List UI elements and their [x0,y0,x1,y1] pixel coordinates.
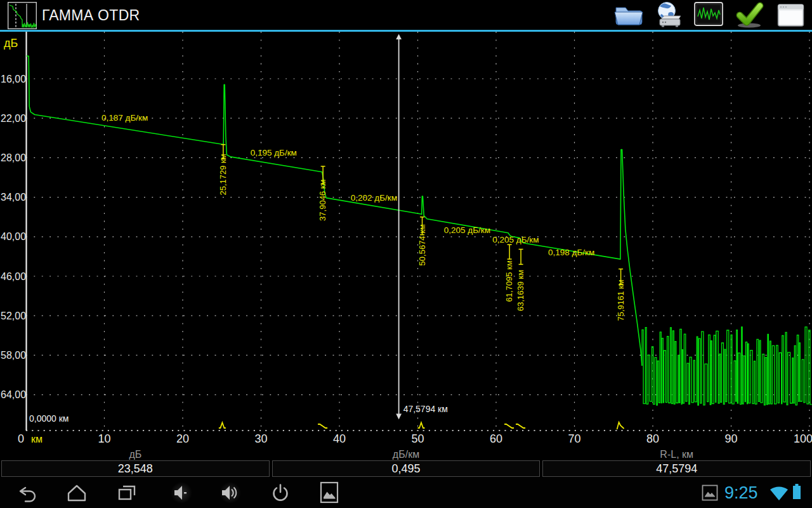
trace-view-icon [693,0,724,30]
back-icon [16,478,38,508]
svg-text:0,195 дБ/км: 0,195 дБ/км [251,148,297,157]
home-icon [66,478,88,508]
svg-text:16,00: 16,00 [1,74,26,84]
checkmark-icon [733,0,766,30]
svg-text:0,205 дБ/км: 0,205 дБ/км [444,225,490,235]
svg-text:80: 80 [646,432,659,445]
volume-up-icon [219,478,242,508]
svg-text:64,00: 64,00 [1,389,26,400]
svg-text:58,00: 58,00 [1,350,26,361]
power-button[interactable] [270,478,291,508]
volume-up-button[interactable] [219,478,242,508]
otdr-trace-plot[interactable]: дБ16,0022,0028,0034,0040,0046,0052,0058,… [0,32,812,448]
svg-text:47,5794 км: 47,5794 км [403,404,448,414]
action-bar: ГАММА OTDR [0,0,812,30]
wifi-icon[interactable] [769,483,789,502]
db-header: дБ [0,448,271,460]
db-value[interactable]: 23,548 [1,460,270,477]
measurement-bar: дБ 23,548 дБ/км 0,495 R-L, км 47,5794 [0,448,812,478]
svg-text:61,7095 км: 61,7095 км [504,260,514,302]
svg-text:30: 30 [254,432,267,445]
trace-view-button[interactable] [693,0,724,30]
svg-text:75,9161 км: 75,9161 км [616,279,625,321]
svg-text:37,9046 км: 37,9046 км [318,180,327,221]
dbkm-header: дБ/км [271,448,542,460]
svg-text:20: 20 [176,432,189,445]
back-button[interactable] [16,478,38,508]
recents-button[interactable] [116,478,138,508]
volume-down-button[interactable] [170,478,193,508]
rl-header: R-L, км [541,448,812,460]
recents-icon [116,478,138,508]
screenshot-button[interactable] [318,478,341,508]
otdr-chart-area[interactable]: дБ16,0022,0028,0034,0040,0046,0052,0058,… [0,32,812,448]
svg-text:10: 10 [98,432,110,445]
confirm-button[interactable] [733,0,766,30]
svg-text:0,0000 км: 0,0000 км [29,413,69,424]
status-clock[interactable]: 9:25 [724,483,770,503]
rl-value[interactable]: 47,5794 [542,460,811,477]
new-window-button[interactable] [777,0,805,30]
svg-text:50: 50 [412,432,424,445]
home-button[interactable] [66,478,88,508]
svg-text:0,205 дБ/км: 0,205 дБ/км [492,235,539,244]
svg-text:90: 90 [725,432,738,445]
svg-text:0,202 дБ/км: 0,202 дБ/км [351,193,397,203]
svg-text:60: 60 [490,432,502,445]
svg-text:28,00: 28,00 [1,152,26,163]
open-folder-button[interactable] [613,0,645,30]
dbkm-value[interactable]: 0,495 [272,460,540,477]
svg-text:70: 70 [568,432,581,445]
svg-text:52,00: 52,00 [1,311,26,321]
network-device-button[interactable] [655,0,685,30]
svg-text:0,198 дБ/км: 0,198 дБ/км [548,248,594,257]
measure-col-dbkm: дБ/км 0,495 [271,448,542,478]
network-device-icon [655,0,685,30]
svg-text:22,00: 22,00 [1,113,26,124]
svg-text:100: 100 [794,432,812,445]
svg-text:40,00: 40,00 [1,231,26,242]
window-icon [777,0,805,30]
volume-down-icon [170,478,193,508]
svg-text:50,5674 км: 50,5674 км [417,224,427,265]
svg-text:40: 40 [333,432,346,445]
app-logo-icon [8,2,37,29]
svg-text:дБ: дБ [4,37,18,50]
power-icon [270,478,291,508]
svg-text:34,00: 34,00 [1,192,26,203]
app-screen: ГАММА OTDR [0,0,812,508]
svg-text:0,187 дБ/км: 0,187 дБ/км [102,113,148,123]
screenshot-icon [318,478,341,508]
app-title: ГАММА OTDR [42,0,140,30]
svg-text:25,1729 км: 25,1729 км [218,154,228,195]
svg-text:0: 0 [18,432,24,445]
svg-text:63,1639 км: 63,1639 км [516,270,525,311]
measure-col-db: дБ 23,548 [0,448,271,478]
image-notification-icon[interactable] [702,485,718,501]
battery-icon[interactable] [791,482,802,502]
open-folder-icon [613,0,645,30]
system-navbar: 9:25 [0,478,812,508]
svg-text:км: км [31,434,43,444]
svg-text:46,00: 46,00 [1,271,26,282]
measure-col-rl: R-L, км 47,5794 [541,448,812,478]
